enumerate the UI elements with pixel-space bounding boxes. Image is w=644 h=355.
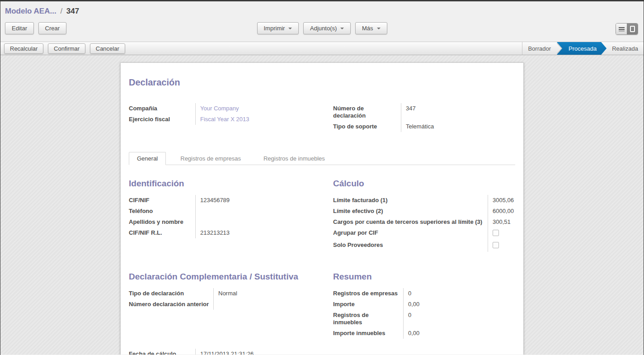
recalculate-button[interactable]: Recalcular bbox=[4, 43, 43, 54]
chevron-down-icon bbox=[377, 28, 381, 29]
print-dropdown-button[interactable]: Imprimir bbox=[257, 22, 299, 34]
list-view-button[interactable] bbox=[616, 24, 627, 34]
more-dropdown-button[interactable]: Más bbox=[355, 22, 387, 34]
content-area: Declaración Compañía Your Company Ejerci… bbox=[0, 55, 644, 355]
chevron-down-icon bbox=[288, 28, 292, 29]
field-label-tipo-declaracion: Tipo de declaración bbox=[129, 288, 213, 299]
field-label-apellidos-nombre: Apellidos y nombre bbox=[129, 217, 195, 227]
section-identificacion: Identificación CIF/NIF 123456789 Teléfon… bbox=[129, 165, 333, 238]
edit-button[interactable]: Editar bbox=[5, 22, 34, 34]
solo-proveedores-checkbox[interactable] bbox=[493, 242, 499, 248]
create-button[interactable]: Crear bbox=[38, 22, 67, 34]
status-step-realizada[interactable]: Realizada bbox=[606, 42, 644, 55]
field-label-fecha-calculo: Fecha de cálculo bbox=[129, 349, 195, 355]
section-title-resumen: Resumen bbox=[333, 272, 515, 282]
field-label-limite-facturado: Límite facturado (1) bbox=[333, 195, 488, 206]
tab-registros-empresas[interactable]: Registros de empresas bbox=[172, 152, 249, 165]
agrupar-por-cif-checkbox[interactable] bbox=[493, 230, 499, 236]
cancel-button[interactable]: Cancelar bbox=[90, 43, 125, 54]
field-label-importe-inmuebles: Importe inmuebles bbox=[333, 328, 403, 339]
section-title-calculo: Cálculo bbox=[333, 179, 524, 189]
list-icon bbox=[619, 27, 625, 31]
field-value-importe: 0,00 bbox=[403, 299, 507, 310]
field-label-cif-nif-rl: CIF/NIF R.L. bbox=[129, 227, 195, 238]
view-switcher bbox=[616, 23, 638, 35]
field-label-compania: Compañía bbox=[129, 103, 195, 114]
chevron-down-icon bbox=[340, 28, 344, 29]
header-fields-left: Compañía Your Company Ejercicio fiscal F… bbox=[129, 103, 333, 125]
field-value-registros-empresas: 0 bbox=[403, 288, 507, 299]
section-title-identificacion: Identificación bbox=[129, 179, 333, 189]
field-label-tipo-soporte: Tipo de soporte bbox=[333, 121, 401, 132]
field-label-telefono: Teléfono bbox=[129, 206, 195, 217]
field-label-cif-nif: CIF/NIF bbox=[129, 195, 195, 206]
breadcrumb-parent-link[interactable]: Modelo AEA... bbox=[5, 7, 56, 15]
field-label-importe: Importe bbox=[333, 299, 403, 310]
section-complementaria: Declaración Complementaria / Sustitutiva… bbox=[129, 258, 333, 310]
field-value-tipo-declaracion: Normal bbox=[213, 288, 320, 299]
breadcrumb-current: 347 bbox=[66, 7, 79, 15]
field-value-cif-nif-rl: 213213213 bbox=[195, 227, 320, 238]
section-resumen: Resumen Registros de empresas 0 Importe … bbox=[333, 258, 515, 339]
breadcrumb: Modelo AEA... / 347 bbox=[5, 7, 638, 16]
field-value-importe-inmuebles: 0,00 bbox=[403, 328, 507, 339]
form-icon bbox=[630, 26, 635, 32]
field-label-solo-proveedores: Solo Proveedores bbox=[333, 240, 488, 252]
field-label-numero-declaracion: Número de declaración bbox=[333, 103, 401, 121]
header-fields-right: Número de declaración 347 Tipo de soport… bbox=[333, 103, 515, 132]
breadcrumb-separator: / bbox=[58, 7, 64, 15]
field-label-limite-efectivo: Límite efectivo (2) bbox=[333, 206, 488, 217]
notebook-tabs: General Registros de empresas Registros … bbox=[129, 152, 515, 165]
field-value-numero-declaracion-anterior bbox=[213, 299, 320, 310]
field-label-agrupar-por-cif: Agrupar por CIF bbox=[333, 227, 488, 240]
print-label: Imprimir bbox=[264, 25, 285, 32]
field-value-apellidos-nombre bbox=[195, 217, 320, 227]
more-label: Más bbox=[362, 25, 373, 32]
field-value-fecha-calculo: 17/11/2013 21:31:26 bbox=[195, 349, 320, 355]
field-label-registros-inmuebles: Registros de inmuebles bbox=[333, 310, 403, 328]
field-value-cif-nif: 123456789 bbox=[195, 195, 320, 206]
field-value-registros-inmuebles: 0 bbox=[403, 310, 507, 328]
fecha-calculo-row: Fecha de cálculo 17/11/2013 21:31:26 bbox=[129, 349, 333, 355]
field-value-compania[interactable]: Your Company bbox=[195, 103, 320, 114]
status-step-procesada[interactable]: Procesada bbox=[557, 42, 606, 55]
field-value-ejercicio-fiscal[interactable]: Fiscal Year X 2013 bbox=[195, 114, 320, 125]
tab-general[interactable]: General bbox=[129, 152, 166, 165]
header-fields: Compañía Your Company Ejercicio fiscal F… bbox=[129, 103, 515, 132]
action-toolbar: Editar Crear Imprimir Adjunto(s) Más bbox=[0, 19, 644, 42]
workflow-buttons: Recalcular Confirmar Cancelar bbox=[4, 43, 125, 54]
section-calculo: Cálculo Límite facturado (1) 3005,06 Lím… bbox=[333, 165, 524, 252]
confirm-button[interactable]: Confirmar bbox=[48, 43, 85, 54]
document-actions-group: Imprimir Adjunto(s) Más bbox=[257, 22, 387, 34]
section-row-1: Identificación CIF/NIF 123456789 Teléfon… bbox=[129, 165, 515, 252]
field-value-tipo-soporte: Telemática bbox=[401, 121, 507, 132]
field-label-numero-declaracion-anterior: Número declaración anterior bbox=[129, 299, 213, 310]
field-value-numero-declaracion: 347 bbox=[401, 103, 507, 121]
breadcrumb-bar: Modelo AEA... / 347 bbox=[0, 1, 644, 19]
section-title-complementaria: Declaración Complementaria / Sustitutiva bbox=[129, 272, 333, 282]
field-value-telefono bbox=[195, 206, 320, 217]
form-view-button[interactable] bbox=[627, 24, 638, 34]
form-sheet: Declaración Compañía Your Company Ejerci… bbox=[120, 62, 524, 355]
field-value-limite-facturado: 3005,06 bbox=[488, 195, 516, 206]
field-value-cargos-terceros: 300,51 bbox=[488, 217, 516, 227]
field-label-ejercicio-fiscal: Ejercicio fiscal bbox=[129, 114, 195, 125]
tab-registros-inmuebles[interactable]: Registros de inmuebles bbox=[255, 152, 333, 165]
page-title: Declaración bbox=[129, 77, 515, 88]
section-row-2: Declaración Complementaria / Sustitutiva… bbox=[129, 258, 515, 339]
field-value-limite-efectivo: 6000,00 bbox=[488, 206, 516, 217]
status-bar: Borrador Procesada Realizada bbox=[522, 42, 644, 55]
attachments-dropdown-button[interactable]: Adjunto(s) bbox=[303, 22, 351, 34]
field-label-registros-empresas: Registros de empresas bbox=[333, 288, 403, 299]
app-window: Modelo AEA... / 347 Editar Crear Imprimi… bbox=[0, 0, 644, 355]
attachments-label: Adjunto(s) bbox=[310, 25, 337, 32]
field-label-cargos-terceros: Cargos por cuenta de terceros superiores… bbox=[333, 217, 488, 227]
form-toolbar: Recalcular Confirmar Cancelar Borrador P… bbox=[0, 42, 644, 55]
status-step-borrador[interactable]: Borrador bbox=[522, 42, 556, 55]
